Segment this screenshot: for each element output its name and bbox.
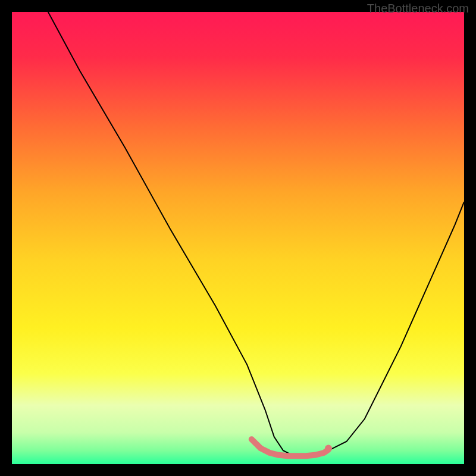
bottleneck-chart bbox=[12, 12, 464, 464]
dot-right bbox=[325, 444, 332, 452]
chart-background bbox=[12, 12, 464, 464]
chart-container bbox=[12, 12, 464, 464]
watermark-text: TheBottleneck.com bbox=[367, 2, 469, 15]
